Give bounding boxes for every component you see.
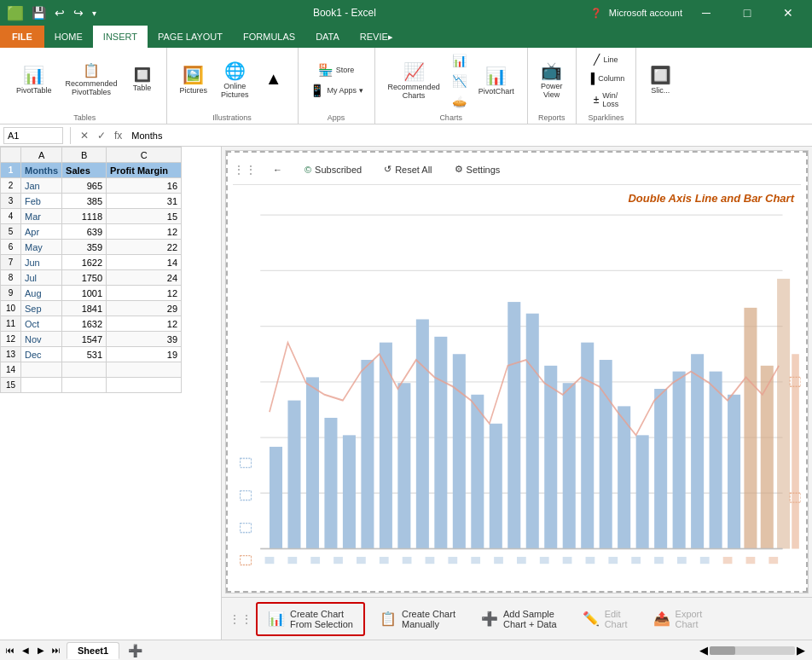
cell-9-1[interactable]: 1001 bbox=[62, 286, 107, 301]
add-sample-chart-button[interactable]: ➕ Add SampleChart + Data bbox=[470, 603, 568, 635]
pivot-table-button[interactable]: 📊 PivotTable bbox=[10, 61, 58, 100]
header-cell-2[interactable]: Profit Margin bbox=[107, 163, 182, 178]
file-tab[interactable]: FILE bbox=[0, 26, 44, 48]
minimize-button[interactable]: ─ bbox=[689, 0, 723, 26]
confirm-formula-icon[interactable]: ✓ bbox=[95, 128, 108, 143]
cell-6-1[interactable]: 359 bbox=[62, 240, 107, 255]
row-header-12[interactable]: 12 bbox=[1, 332, 21, 347]
online-pictures-button[interactable]: 🌐 OnlinePictures bbox=[215, 56, 255, 104]
cell-15-1[interactable] bbox=[62, 378, 107, 393]
column-header-A[interactable]: A bbox=[21, 148, 62, 163]
customize-qa-button[interactable]: ▾ bbox=[90, 7, 99, 20]
cell-12-2[interactable]: 39 bbox=[107, 332, 182, 347]
account-label[interactable]: Microsoft account bbox=[609, 8, 682, 18]
cell-13-0[interactable]: Dec bbox=[21, 347, 62, 362]
pie-chart-button[interactable]: 🥧 bbox=[448, 92, 471, 111]
cell-13-1[interactable]: 531 bbox=[62, 347, 107, 362]
formulas-tab[interactable]: FORMULAS bbox=[233, 26, 305, 48]
cell-5-0[interactable]: Apr bbox=[21, 224, 62, 240]
insert-function-icon[interactable]: fx bbox=[112, 128, 125, 143]
cell-6-0[interactable]: May bbox=[21, 240, 62, 255]
row-header-13[interactable]: 13 bbox=[1, 347, 21, 362]
sheet-last-button[interactable]: ⏭ bbox=[49, 644, 63, 657]
edit-chart-button[interactable]: ✏️ EditChart bbox=[571, 603, 639, 635]
cell-10-2[interactable]: 29 bbox=[107, 301, 182, 316]
sheet-tab-sheet1[interactable]: Sheet1 bbox=[67, 642, 119, 659]
recommended-pivottables-button[interactable]: 📋 RecommendedPivotTables bbox=[60, 58, 124, 101]
row-header-11[interactable]: 11 bbox=[1, 316, 21, 332]
back-button[interactable]: ← bbox=[267, 162, 288, 177]
cell-5-2[interactable]: 12 bbox=[107, 224, 182, 240]
cell-11-2[interactable]: 12 bbox=[107, 316, 182, 332]
redo-button[interactable]: ↪ bbox=[71, 4, 86, 21]
line-sparkline-button[interactable]: ╱ Line bbox=[589, 51, 622, 68]
cell-10-0[interactable]: Sep bbox=[21, 301, 62, 316]
page-layout-tab[interactable]: PAGE LAYOUT bbox=[148, 26, 233, 48]
line-chart-button[interactable]: 📉 bbox=[448, 72, 471, 90]
cell-3-2[interactable]: 31 bbox=[107, 194, 182, 209]
cell-8-0[interactable]: Jul bbox=[21, 270, 62, 286]
close-button[interactable]: ✕ bbox=[771, 0, 805, 26]
formula-input[interactable] bbox=[128, 130, 809, 141]
cell-15-2[interactable] bbox=[107, 378, 182, 393]
cell-7-1[interactable]: 1622 bbox=[62, 255, 107, 270]
pictures-button[interactable]: 🖼️ Pictures bbox=[174, 61, 214, 100]
cell-6-2[interactable]: 22 bbox=[107, 240, 182, 255]
subscribed-button[interactable]: © Subscribed bbox=[299, 162, 368, 177]
cell-10-1[interactable]: 1841 bbox=[62, 301, 107, 316]
create-chart-manually-button[interactable]: 📋 Create ChartManually bbox=[368, 603, 467, 635]
scroll-track[interactable] bbox=[710, 646, 795, 655]
row-header-15[interactable]: 15 bbox=[1, 378, 21, 393]
cell-7-0[interactable]: Jun bbox=[21, 255, 62, 270]
my-apps-button[interactable]: 📱 My Apps ▾ bbox=[305, 81, 368, 100]
pivot-chart-button[interactable]: 📊 PivotChart bbox=[473, 61, 520, 101]
save-button[interactable]: 💾 bbox=[29, 4, 49, 21]
cell-3-0[interactable]: Feb bbox=[21, 194, 62, 209]
scroll-right-button[interactable]: ▶ bbox=[797, 644, 805, 657]
header-cell-1[interactable]: Sales bbox=[62, 163, 107, 178]
create-chart-from-selection-button[interactable]: 📊 Create ChartFrom Selection bbox=[256, 602, 365, 636]
cell-12-1[interactable]: 1547 bbox=[62, 332, 107, 347]
help-button[interactable]: ❓ bbox=[590, 8, 602, 19]
cell-5-1[interactable]: 639 bbox=[62, 224, 107, 240]
cell-13-2[interactable]: 19 bbox=[107, 347, 182, 362]
bar-chart-button[interactable]: 📊 bbox=[448, 51, 471, 70]
shapes-button[interactable]: ▲ bbox=[257, 65, 291, 95]
cell-8-2[interactable]: 24 bbox=[107, 270, 182, 286]
row-header-2[interactable]: 2 bbox=[1, 178, 21, 194]
winloss-sparkline-button[interactable]: ± Win/Loss bbox=[589, 89, 624, 111]
row-header-10[interactable]: 10 bbox=[1, 301, 21, 316]
scroll-left-button[interactable]: ◀ bbox=[699, 644, 708, 657]
cell-4-2[interactable]: 15 bbox=[107, 209, 182, 224]
row-header-8[interactable]: 8 bbox=[1, 270, 21, 286]
settings-button[interactable]: ⚙ Settings bbox=[449, 161, 507, 177]
header-cell-0[interactable]: Months bbox=[21, 163, 62, 178]
sheet-first-button[interactable]: ⏮ bbox=[3, 644, 17, 657]
cell-12-0[interactable]: Nov bbox=[21, 332, 62, 347]
reset-all-button[interactable]: ↺ Reset All bbox=[378, 161, 438, 177]
cell-15-0[interactable] bbox=[21, 378, 62, 393]
column-header-C[interactable]: C bbox=[107, 148, 182, 163]
row-header-5[interactable]: 5 bbox=[1, 224, 21, 240]
cell-11-1[interactable]: 1632 bbox=[62, 316, 107, 332]
table-button[interactable]: 🔲 Table bbox=[125, 62, 160, 97]
row-header-1[interactable]: 1 bbox=[1, 163, 21, 178]
cell-2-1[interactable]: 965 bbox=[62, 178, 107, 194]
export-chart-button[interactable]: 📤 ExportChart bbox=[642, 603, 714, 635]
sheet-next-button[interactable]: ▶ bbox=[34, 644, 48, 657]
row-header-3[interactable]: 3 bbox=[1, 194, 21, 209]
sheet-prev-button[interactable]: ◀ bbox=[19, 644, 32, 657]
slicer-button[interactable]: 🔲 Slic... bbox=[643, 61, 677, 100]
column-sparkline-button[interactable]: ▐ Column bbox=[583, 70, 629, 87]
cell-14-0[interactable] bbox=[21, 362, 62, 378]
cell-9-0[interactable]: Aug bbox=[21, 286, 62, 301]
recommended-charts-button[interactable]: 📈 RecommendedCharts bbox=[382, 57, 446, 105]
row-header-9[interactable]: 9 bbox=[1, 286, 21, 301]
cell-3-1[interactable]: 385 bbox=[62, 194, 107, 209]
cancel-formula-icon[interactable]: ✕ bbox=[78, 128, 91, 143]
review-tab[interactable]: REVIE▸ bbox=[350, 26, 403, 48]
row-header-7[interactable]: 7 bbox=[1, 255, 21, 270]
column-header-B[interactable]: B bbox=[62, 148, 107, 163]
cell-4-0[interactable]: Mar bbox=[21, 209, 62, 224]
add-sheet-button[interactable]: ➕ bbox=[121, 644, 149, 657]
